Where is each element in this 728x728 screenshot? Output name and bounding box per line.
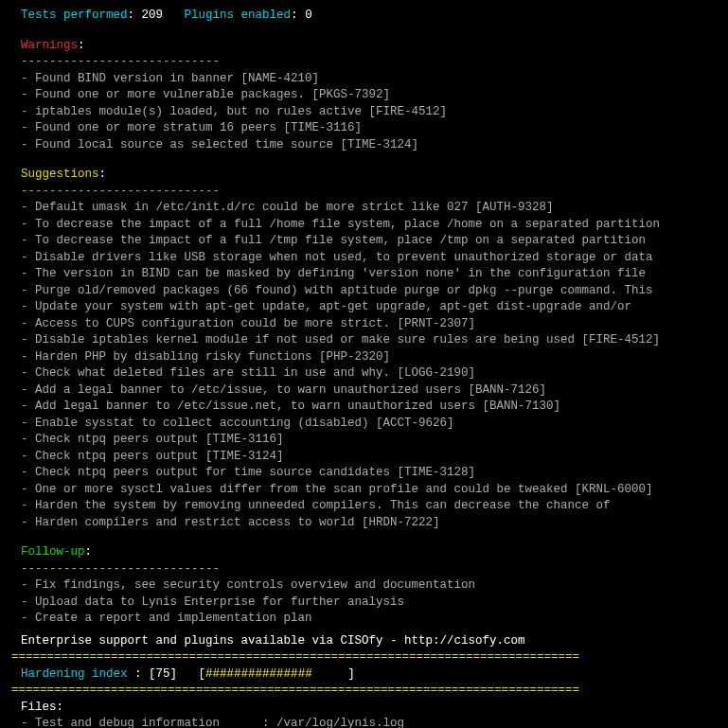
list-item: - Upload data to Lynis Enterprise for fu… [21, 595, 717, 612]
list-item: - Disable iptables kernel module if not … [21, 332, 717, 349]
separator: ---------------------------- [11, 561, 717, 578]
header-stats: Tests performed: 209 Plugins enabled: 0 [11, 8, 717, 25]
list-item: - Harden PHP by disabling risky function… [21, 349, 717, 366]
list-item: - Purge old/removed packages (66 found) … [21, 283, 717, 300]
separator-eq: ========================================… [11, 683, 717, 700]
plugins-label: Plugins enabled [185, 9, 292, 22]
list-item: - Check ntpq peers output [TIME-3124] [21, 449, 717, 466]
hardening-value: 75 [156, 667, 170, 681]
tests-label: Tests performed [21, 9, 128, 22]
list-item: - Access to CUPS configuration could be … [21, 316, 717, 333]
suggestions-header: Suggestions: [11, 167, 717, 184]
list-item: - iptables module(s) loaded, but no rule… [21, 104, 717, 121]
followup-header: Follow-up: [11, 544, 717, 561]
hardening-bar-empty [312, 667, 348, 681]
list-item: - Add a legal banner to /etc/issue, to w… [21, 382, 717, 400]
list-item: - Harden the system by removing unneeded… [21, 498, 717, 515]
list-item: - Found BIND version in banner [NAME-421… [21, 71, 717, 88]
suggestions-title: Suggestions [21, 168, 99, 181]
files-header: Files: [11, 700, 717, 717]
list-item: - To decrease the impact of a full /home… [21, 217, 717, 234]
followup-list: - Fix findings, see security controls ov… [11, 577, 717, 628]
list-item: - Found local source as selected time so… [21, 137, 717, 154]
warnings-list: - Found BIND version in banner [NAME-421… [11, 71, 717, 154]
hardening-label: Hardening index [21, 667, 128, 681]
list-item: - Default umask in /etc/init.d/rc could … [21, 200, 717, 217]
list-item: - Found one or more stratum 16 peers [TI… [21, 120, 717, 137]
suggestions-list: - Default umask in /etc/init.d/rc could … [11, 200, 717, 531]
files-title: Files [21, 701, 57, 714]
files-list: - Test and debug information : /var/log/… [11, 716, 717, 728]
warnings-title: Warnings [21, 39, 78, 52]
list-item: - Harden compilers and restrict access t… [21, 515, 717, 532]
list-item: - One or more sysctl values differ from … [21, 482, 717, 499]
list-item: - Check ntpq peers output for time sourc… [21, 465, 717, 482]
separator-eq: ========================================… [11, 649, 717, 666]
file-item: - Test and debug information : /var/log/… [21, 716, 717, 728]
list-item: - To decrease the impact of a full /tmp … [21, 233, 717, 250]
list-item: - Fix findings, see security controls ov… [21, 577, 717, 595]
list-item: - Found one or more vulnerable packages.… [21, 87, 717, 104]
list-item: - The version in BIND can be masked by d… [21, 266, 717, 283]
list-item: - Enable sysstat to collect accounting (… [21, 416, 717, 433]
separator: ---------------------------- [11, 184, 717, 201]
tests-count: 209 [142, 9, 164, 22]
plugins-count: 0 [305, 9, 312, 22]
separator: ---------------------------- [11, 54, 717, 71]
warnings-header: Warnings: [11, 38, 717, 55]
list-item: - Update your system with apt-get update… [21, 299, 717, 316]
list-item: - Disable drivers like USB storage when … [21, 250, 717, 267]
hardening-bar: ############### [205, 667, 312, 681]
list-item: - Check ntpq peers output [TIME-3116] [21, 432, 717, 449]
hardening-line: Hardening index : [75] [############### … [11, 666, 717, 684]
followup-title: Follow-up [21, 545, 85, 559]
enterprise-note: Enterprise support and plugins available… [11, 633, 717, 650]
list-item: - Add legal banner to /etc/issue.net, to… [21, 399, 717, 416]
terminal-output: Tests performed: 209 Plugins enabled: 0 … [11, 8, 717, 728]
list-item: - Check what deleted files are still in … [21, 365, 717, 382]
list-item: - Create a report and implementation pla… [21, 611, 717, 628]
